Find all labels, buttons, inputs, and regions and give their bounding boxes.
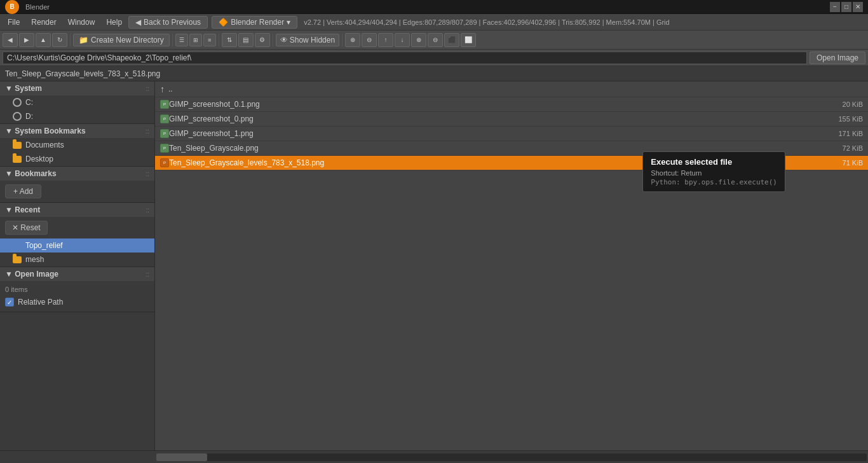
bookmark-btn-7[interactable]: ⬛ <box>444 33 459 47</box>
filter-icon-button[interactable]: ⚙ <box>255 33 270 47</box>
maximize-button[interactable]: □ <box>841 2 851 12</box>
file-icon-1: P <box>160 114 169 123</box>
file-item-0[interactable]: P GIMP_screenshot_0.1.png 20 KiB <box>155 97 868 112</box>
recent-section: ▼ Recent :: ✕ Reset Topo_relief mesh <box>0 203 154 267</box>
separator-3 <box>219 34 219 46</box>
parent-directory-item[interactable]: ↑ .. <box>155 81 868 97</box>
file-size-4: 71 KiB <box>825 159 863 167</box>
file-size-0: 20 KiB <box>825 100 863 108</box>
open-image-section-header[interactable]: ▼ Open Image :: <box>0 267 154 281</box>
bottom-scrollbar-area <box>0 450 868 463</box>
bookmarks-drag: :: <box>146 170 149 177</box>
system-section-title: ▼ System <box>5 84 42 93</box>
file-icon-4: P <box>160 158 169 167</box>
tooltip-title: Execute selected file <box>651 157 777 167</box>
menu-file[interactable]: File <box>3 17 25 28</box>
sidebar-item-d-drive[interactable]: D: <box>0 109 154 123</box>
recent-drag: :: <box>146 207 149 214</box>
bookmark-btn-8[interactable]: ⬜ <box>461 33 476 47</box>
selected-file-input[interactable] <box>5 69 863 78</box>
execute-tooltip: Execute selected file Shortcut: Return P… <box>642 151 785 192</box>
render-engine-dropdown[interactable]: 🔶 Blender Render ▾ <box>212 16 297 29</box>
file-icon-2: P <box>160 129 169 138</box>
file-item-2[interactable]: P GIMP_screenshot_1.png 171 KiB <box>155 127 868 141</box>
relative-path-checkbox[interactable]: ✓ <box>5 298 14 307</box>
back-to-previous-button[interactable]: ◀ Back to Previous <box>128 16 208 29</box>
show-hidden-button[interactable]: 👁 Show Hidden <box>276 34 339 46</box>
menu-render[interactable]: Render <box>26 17 61 28</box>
system-bookmarks-section: ▼ System Bookmarks :: Documents Desktop <box>0 124 154 167</box>
file-size-2: 171 KiB <box>825 130 863 137</box>
mesh-label: mesh <box>25 255 44 264</box>
system-bookmarks-title: ▼ System Bookmarks <box>5 127 86 135</box>
bookmark-btn-1[interactable]: ⊕ <box>345 33 360 47</box>
bookmark-btn-6[interactable]: ⊖ <box>428 33 443 47</box>
eye-icon: 👁 <box>280 36 288 45</box>
bookmark-btn-4[interactable]: ↓ <box>395 33 410 47</box>
horizontal-scrollbar-thumb[interactable] <box>156 453 207 461</box>
open-image-button[interactable]: Open Image <box>810 52 865 64</box>
parent-dir-icon: ↑ <box>160 84 165 94</box>
recent-header[interactable]: ▼ Recent :: <box>0 203 154 217</box>
blender-logo: B <box>5 0 19 14</box>
status-text: v2.72 | Verts:404,294/404,294 | Edges:80… <box>304 18 865 26</box>
documents-label: Documents <box>25 141 64 149</box>
bookmarks-header[interactable]: ▼ Bookmarks :: <box>0 167 154 181</box>
disk-c-icon <box>13 98 22 107</box>
filter-button[interactable]: ▤ <box>238 33 254 47</box>
separator-4 <box>273 34 273 46</box>
bookmark-btn-2[interactable]: ⊖ <box>362 33 377 47</box>
file-list: ↑ .. P GIMP_screenshot_0.1.png 20 KiB P … <box>155 81 868 450</box>
back-arrow-icon: ◀ <box>135 18 141 27</box>
menu-window[interactable]: Window <box>63 17 100 28</box>
nav-forward-button[interactable]: ▶ <box>19 33 34 47</box>
open-image-section-title: ▼ Open Image <box>5 270 58 279</box>
create-dir-label: Create New Directory <box>91 36 164 45</box>
bookmarks-title: ▼ Bookmarks <box>5 169 57 178</box>
file-item-1[interactable]: P GIMP_screenshot_0.png 155 KiB <box>155 112 868 127</box>
tooltip-python: Python: bpy.ops.file.execute() <box>651 178 777 186</box>
add-bookmark-button[interactable]: + Add <box>5 184 41 198</box>
topo-relief-folder-icon <box>13 242 22 249</box>
nav-back-button[interactable]: ◀ <box>3 33 18 47</box>
selected-file-bar <box>0 66 868 81</box>
file-size-3: 72 KiB <box>825 144 863 152</box>
minimize-button[interactable]: − <box>830 2 840 12</box>
reset-recent-button[interactable]: ✕ Reset <box>5 221 48 235</box>
sidebar-item-mesh[interactable]: mesh <box>0 252 154 266</box>
view-details-button[interactable]: ≡ <box>203 34 216 46</box>
recent-title: ▼ Recent <box>5 205 40 214</box>
title-bar-left: B Blender <box>5 0 50 14</box>
dropdown-arrow-icon: ▾ <box>287 18 290 27</box>
sidebar-item-documents[interactable]: Documents <box>0 138 154 152</box>
sort-button[interactable]: ⇅ <box>222 33 237 47</box>
system-bookmarks-drag: :: <box>146 128 149 135</box>
sidebar-item-topo-relief[interactable]: Topo_relief <box>0 238 154 252</box>
close-button[interactable]: ✕ <box>853 2 863 12</box>
d-drive-label: D: <box>25 112 33 121</box>
open-image-section: ▼ Open Image :: 0 items ✓ Relative Path <box>0 267 154 312</box>
create-new-directory-button[interactable]: 📁 Create New Directory <box>73 34 170 46</box>
relative-path-row: ✓ Relative Path <box>0 295 154 309</box>
bookmark-btn-3[interactable]: ↑ <box>378 33 393 47</box>
title-bar: B Blender − □ ✕ <box>0 0 868 14</box>
bookmark-btn-5[interactable]: ⊕ <box>411 33 426 47</box>
view-list-button[interactable]: ☰ <box>175 34 188 46</box>
system-section-header[interactable]: ▼ System :: <box>0 81 154 95</box>
tooltip-shortcut: Shortcut: Return <box>651 169 777 177</box>
system-section: ▼ System :: C: D: <box>0 81 154 124</box>
show-hidden-label: Show Hidden <box>290 36 335 45</box>
horizontal-scrollbar[interactable] <box>156 453 867 461</box>
menu-bar: File Render Window Help ◀ Back to Previo… <box>0 14 868 31</box>
items-count-label: 0 items <box>0 284 154 295</box>
sidebar-item-c-drive[interactable]: C: <box>0 95 154 109</box>
nav-up-button[interactable]: ▲ <box>36 33 51 47</box>
view-grid-button[interactable]: ⊞ <box>189 34 202 46</box>
menu-help[interactable]: Help <box>101 17 127 28</box>
sidebar-item-desktop[interactable]: Desktop <box>0 152 154 166</box>
folder-plus-icon: 📁 <box>79 36 88 45</box>
system-bookmarks-header[interactable]: ▼ System Bookmarks :: <box>0 124 154 138</box>
file-size-1: 155 KiB <box>825 115 863 123</box>
refresh-button[interactable]: ↻ <box>52 33 67 47</box>
path-input[interactable] <box>3 52 807 64</box>
